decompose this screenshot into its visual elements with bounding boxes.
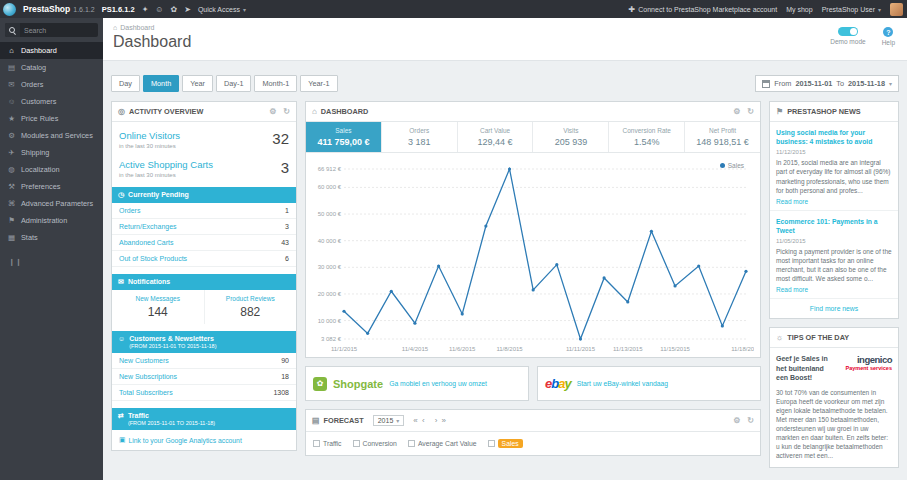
sidebar-item-advanced-parameters[interactable]: ⌘Advanced Parameters xyxy=(0,195,103,212)
my-shop-link[interactable]: My shop xyxy=(786,6,812,13)
help-button[interactable]: ? Help xyxy=(882,27,895,46)
prestashop-news-panel: ⚑ PRESTASHOP NEWS Using social media for… xyxy=(769,101,899,319)
checkbox[interactable] xyxy=(408,440,415,447)
checkbox[interactable] xyxy=(313,440,320,447)
help-label: Help xyxy=(882,39,895,46)
read-more-link[interactable]: Read more xyxy=(776,286,892,293)
section-title: Traffic xyxy=(128,412,149,419)
refresh-icon[interactable]: ↻ xyxy=(747,107,754,116)
gear-icon[interactable]: ⚙ xyxy=(269,107,276,116)
search-input[interactable] xyxy=(20,27,98,34)
cart-icon[interactable]: ✦ xyxy=(142,5,149,14)
legend-conversion[interactable]: Conversion xyxy=(353,440,397,447)
panel-title: FORECAST xyxy=(324,416,364,425)
main-content: ⌂ Dashboard Dashboard Demo mode ? Help D… xyxy=(103,18,907,480)
kpi-cart-value[interactable]: Cart Value 129,44 € xyxy=(458,122,534,152)
read-more-link[interactable]: Read more xyxy=(776,198,892,205)
kpi-sales[interactable]: Sales 411 759,00 € xyxy=(306,122,382,152)
kpi-net-profit[interactable]: Net Profit 148 918,51 € xyxy=(685,122,760,152)
article-title-link[interactable]: Ecommerce 101: Payments in a Tweet xyxy=(776,217,892,235)
metric-label[interactable]: Online Visitors xyxy=(119,130,272,141)
quick-access-menu[interactable]: Quick Access ▾ xyxy=(198,6,246,13)
refresh-icon[interactable]: ↻ xyxy=(747,416,754,425)
marketplace-connect-link[interactable]: ✚ Connect to PrestaShop Marketplace acco… xyxy=(629,5,778,14)
search-icon[interactable] xyxy=(5,23,20,37)
filter-year-button[interactable]: Year xyxy=(182,75,213,92)
customers-row-total-subscribers[interactable]: Total Subscribers1308 xyxy=(112,385,296,401)
topbar-right: ✚ Connect to PrestaShop Marketplace acco… xyxy=(629,0,907,18)
sidebar-item-dashboard[interactable]: ⌂Dashboard xyxy=(0,42,103,59)
year-value: 2015 xyxy=(378,417,394,424)
breadcrumb-item[interactable]: Dashboard xyxy=(120,24,154,31)
ebay-promo[interactable]: ebay Start uw eBay-winkel vandaag xyxy=(537,366,761,401)
filter-day-button[interactable]: Day xyxy=(111,75,140,92)
ebay-link[interactable]: Start uw eBay-winkel vandaag xyxy=(577,380,668,387)
sidebar-item-shipping[interactable]: ✈Shipping xyxy=(0,144,103,161)
sidebar-item-stats[interactable]: ▦Stats xyxy=(0,229,103,246)
checkbox[interactable] xyxy=(353,440,360,447)
bell-icon: ✉ xyxy=(118,278,124,286)
google-analytics-link[interactable]: ▣ Link to your Google Analytics account xyxy=(112,430,296,450)
demo-mode-control[interactable]: Demo mode xyxy=(830,27,865,46)
article-title-link[interactable]: Using social media for your business: 4 … xyxy=(776,128,892,146)
customers-row-new-subscriptions[interactable]: New Subscriptions18 xyxy=(112,369,296,385)
pending-row-out-of-stock[interactable]: Out of Stock Products6 xyxy=(112,251,296,267)
sidebar-item-localization[interactable]: ◍Localization xyxy=(0,161,103,178)
avatar[interactable] xyxy=(890,3,903,16)
kpi-orders[interactable]: Orders 3 181 xyxy=(382,122,458,152)
kpi-visits[interactable]: Visits 205 939 xyxy=(533,122,609,152)
sidebar-item-customers[interactable]: ☺Customers xyxy=(0,93,103,110)
legend-traffic[interactable]: Traffic xyxy=(313,440,342,447)
kpi-conversion-rate[interactable]: Conversion Rate 1.54% xyxy=(609,122,685,152)
filter-day-1-button[interactable]: Day-1 xyxy=(216,75,251,92)
filter-month-button[interactable]: Month xyxy=(143,75,179,92)
sidebar-item-orders[interactable]: ✉Orders xyxy=(0,76,103,93)
traffic-header: ⇄ Traffic (FROM 2015-11-01 TO 2015-11-18… xyxy=(112,408,296,430)
new-messages-stat[interactable]: New Messages 144 xyxy=(112,290,204,324)
next-page-icon[interactable]: › » xyxy=(435,416,447,425)
year-select[interactable]: 2015 ▾ xyxy=(373,415,405,426)
gear-icon[interactable]: ⚙ xyxy=(733,107,740,116)
user-menu[interactable]: PrestaShop User ▾ xyxy=(822,6,881,13)
date-range-picker[interactable]: From 2015-11-01 To 2015-11-18 ▾ xyxy=(755,75,899,92)
traffic-icon: ⇄ xyxy=(118,412,124,420)
legend-average-cart-value[interactable]: Average Cart Value xyxy=(408,440,477,447)
pending-row-returns[interactable]: Return/Exchanges3 xyxy=(112,219,296,235)
pending-row-abandoned-carts[interactable]: Abandoned Carts43 xyxy=(112,235,296,251)
customers-row-new-customers[interactable]: New Customers90 xyxy=(112,353,296,369)
collapse-menu-button[interactable]: ❙❙ xyxy=(9,258,103,266)
find-more-news-link[interactable]: Find more news xyxy=(770,299,898,318)
product-reviews-stat[interactable]: Product Reviews 882 xyxy=(204,290,297,324)
filter-year-1-button[interactable]: Year-1 xyxy=(300,75,337,92)
prev-page-icon[interactable]: « ‹ xyxy=(413,416,425,425)
chart-legend[interactable]: Sales xyxy=(720,162,744,169)
sidebar-item-administration[interactable]: ⚑Administration xyxy=(0,212,103,229)
filter-month-1-button[interactable]: Month-1 xyxy=(254,75,297,92)
sidebar-item-preferences[interactable]: ⚒Preferences xyxy=(0,178,103,195)
catalog-icon: ▤ xyxy=(7,63,16,72)
shopgate-promo[interactable]: ✿ Shopgate Ga mobiel en verhoog uw omzet xyxy=(305,366,529,401)
row-value: 6 xyxy=(285,255,289,262)
prestashop-logo[interactable] xyxy=(3,3,16,16)
shop-name-link[interactable]: PS1.6.1.2 xyxy=(102,5,135,14)
sidebar-item-catalog[interactable]: ▤Catalog xyxy=(0,59,103,76)
active-carts-metric: Active Shopping Carts in the last 30 min… xyxy=(112,151,296,180)
gift-icon[interactable]: ✿ xyxy=(171,5,178,14)
sidebar-item-price-rules[interactable]: ★Price Rules xyxy=(0,110,103,127)
legend-sales[interactable]: Sales xyxy=(488,439,523,448)
dashboard-icon: ⌂ xyxy=(7,46,16,55)
customer-icon[interactable]: ☺ xyxy=(155,5,163,14)
refresh-icon[interactable]: ↻ xyxy=(283,107,290,116)
gear-icon[interactable]: ⚙ xyxy=(733,416,740,425)
sidebar-item-label: Price Rules xyxy=(21,114,58,123)
kpi-value: 148 918,51 € xyxy=(687,137,758,147)
module-promos: ✿ Shopgate Ga mobiel en verhoog uw omzet… xyxy=(305,366,761,401)
metric-label[interactable]: Active Shopping Carts xyxy=(119,159,281,170)
sidebar-item-label: Preferences xyxy=(21,182,60,191)
sidebar-item-modules[interactable]: ⚙Modules and Services xyxy=(0,127,103,144)
rocket-icon[interactable]: ➤ xyxy=(184,5,191,14)
shopgate-link[interactable]: Ga mobiel en verhoog uw omzet xyxy=(389,380,487,387)
demo-mode-toggle[interactable] xyxy=(838,27,858,36)
pending-row-orders[interactable]: Orders1 xyxy=(112,203,296,219)
checkbox[interactable] xyxy=(488,440,495,447)
